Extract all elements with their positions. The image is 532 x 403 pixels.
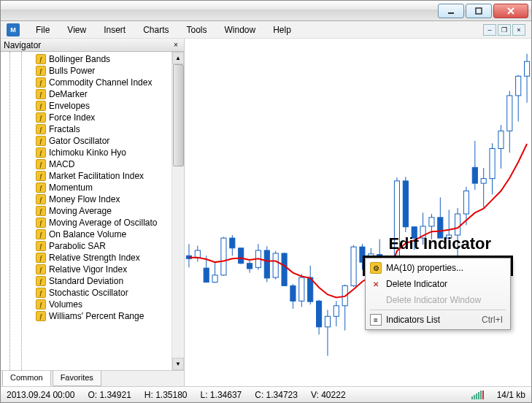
- indicator-icon: f: [36, 194, 46, 204]
- tree-item[interactable]: fOn Balance Volume: [1, 229, 184, 240]
- close-button[interactable]: [493, 4, 528, 18]
- indicator-icon: f: [36, 288, 46, 298]
- connection-bars-icon: [471, 391, 484, 399]
- tree-item[interactable]: fCommodity Channel Index: [1, 77, 184, 88]
- menu-view[interactable]: View: [60, 23, 93, 37]
- mdi-minimize-button[interactable]: –: [483, 24, 496, 36]
- tree-item[interactable]: fStochastic Oscillator: [1, 287, 184, 299]
- blank-icon: [370, 294, 382, 306]
- tree-item[interactable]: fStandard Deviation: [1, 275, 184, 287]
- indicator-icon: f: [36, 171, 46, 181]
- navigator-tree[interactable]: fBollinger BandsfBulls PowerfCommodity C…: [1, 52, 184, 370]
- cm-properties[interactable]: ⚙ MA(10) properties...: [367, 260, 509, 276]
- tree-item-label: Parabolic SAR: [49, 241, 106, 251]
- cm-properties-label: MA(10) properties...: [386, 263, 463, 273]
- tree-item-label: Moving Average of Oscillato: [49, 218, 158, 228]
- cm-separator: [370, 310, 506, 310]
- indicator-icon: f: [36, 311, 46, 321]
- cm-list-label: Indicators List: [386, 315, 440, 325]
- svg-rect-23: [264, 250, 269, 278]
- status-close: C: 1.34723: [255, 390, 298, 400]
- menu-file[interactable]: File: [28, 23, 57, 37]
- tree-item[interactable]: fMomentum: [1, 182, 184, 193]
- tree-item[interactable]: fMoney Flow Index: [1, 193, 184, 205]
- tree-item[interactable]: fForce Index: [1, 112, 184, 123]
- window-titlebar: [1, 1, 531, 21]
- annotation-label: Edit Indicator: [388, 234, 491, 253]
- svg-rect-67: [455, 214, 460, 235]
- tree-item-label: Ichimoku Kinko Hyo: [49, 147, 126, 158]
- tree-item-label: Bollinger Bands: [49, 54, 110, 64]
- tree-item[interactable]: fWilliams' Percent Range: [1, 310, 184, 322]
- statusbar: 2013.09.24 00:00 O: 1.34921 H: 1.35180 L…: [1, 386, 531, 402]
- indicator-icon: f: [36, 241, 46, 251]
- scroll-down-arrow[interactable]: ▼: [172, 358, 184, 370]
- tab-common[interactable]: Common: [2, 371, 51, 386]
- navigator-scrollbar[interactable]: ▲ ▼: [171, 52, 184, 370]
- tree-item-label: Bulls Power: [49, 66, 95, 76]
- tree-item-label: On Balance Volume: [49, 229, 126, 239]
- svg-rect-15: [230, 238, 235, 248]
- svg-rect-71: [472, 167, 477, 183]
- cm-delete-indicator[interactable]: ✕ Delete Indicator: [367, 276, 509, 292]
- svg-rect-79: [507, 96, 512, 131]
- svg-rect-19: [247, 264, 252, 269]
- tree-item[interactable]: fDeMarker: [1, 88, 184, 100]
- tree-item[interactable]: fMACD: [1, 158, 184, 170]
- tab-favorites[interactable]: Favorites: [53, 371, 101, 386]
- tree-item-label: Williams' Percent Range: [49, 311, 144, 321]
- menu-tools[interactable]: Tools: [180, 23, 215, 37]
- status-open: O: 1.34921: [88, 390, 131, 400]
- tree-item[interactable]: fMoving Average of Oscillato: [1, 217, 184, 229]
- svg-rect-69: [463, 191, 469, 214]
- maximize-button[interactable]: [466, 4, 492, 18]
- tree-item-label: Stochastic Oscillator: [49, 288, 128, 298]
- svg-rect-43: [351, 247, 356, 285]
- indicator-icon: f: [36, 54, 46, 64]
- mdi-restore-button[interactable]: ❐: [498, 24, 511, 36]
- menu-charts[interactable]: Charts: [136, 23, 176, 37]
- svg-rect-9: [204, 268, 209, 282]
- status-high: H: 1.35180: [144, 390, 188, 400]
- indicator-icon: f: [36, 136, 46, 146]
- tree-item[interactable]: fRelative Strength Index: [1, 252, 184, 264]
- tree-item[interactable]: fRelative Vigor Index: [1, 264, 184, 275]
- svg-rect-81: [516, 76, 521, 96]
- cm-delete-window: Delete Indicator Window: [367, 292, 509, 308]
- svg-rect-83: [525, 61, 530, 76]
- tree-item[interactable]: fEnvelopes: [1, 100, 184, 112]
- indicator-icon: f: [36, 206, 46, 216]
- menubar: M File View Insert Charts Tools Window H…: [1, 21, 531, 39]
- tree-item[interactable]: fMarket Facilitation Index: [1, 170, 184, 182]
- tree-item[interactable]: fMoving Average: [1, 205, 184, 217]
- tree-item-label: Momentum: [49, 183, 93, 193]
- navigator-close-icon[interactable]: ×: [171, 40, 181, 50]
- scroll-thumb[interactable]: [173, 64, 184, 166]
- properties-icon: ⚙: [370, 262, 382, 274]
- chart-area[interactable]: Edit Indicator ⚙ MA(10) properties... ✕ …: [185, 39, 531, 386]
- tree-item[interactable]: fBulls Power: [1, 65, 184, 77]
- scroll-up-arrow[interactable]: ▲: [172, 52, 184, 64]
- indicator-icon: f: [36, 112, 46, 123]
- tree-item[interactable]: fBollinger Bands: [1, 53, 184, 65]
- tree-item-label: Relative Strength Index: [49, 253, 140, 263]
- tree-item[interactable]: fGator Oscillator: [1, 135, 184, 147]
- indicator-icon: f: [36, 276, 46, 286]
- list-icon: ≡: [370, 314, 382, 326]
- indicator-icon: f: [36, 77, 46, 88]
- tree-item[interactable]: fFractals: [1, 123, 184, 135]
- indicator-icon: f: [36, 101, 46, 111]
- minimize-button[interactable]: [438, 4, 464, 18]
- status-low: L: 1.34637: [201, 390, 242, 400]
- cm-indicators-list[interactable]: ≡ Indicators List Ctrl+I: [367, 312, 509, 328]
- tree-item[interactable]: fIchimoku Kinko Hyo: [1, 147, 184, 158]
- tree-item-label: Fractals: [49, 124, 80, 134]
- tree-item[interactable]: fVolumes: [1, 299, 184, 310]
- menu-window[interactable]: Window: [217, 23, 263, 37]
- menu-insert[interactable]: Insert: [96, 23, 133, 37]
- indicator-icon: f: [36, 124, 46, 134]
- tree-item[interactable]: fParabolic SAR: [1, 240, 184, 252]
- mdi-close-button[interactable]: ×: [512, 24, 525, 36]
- navigator-title: Navigator: [4, 40, 41, 50]
- menu-help[interactable]: Help: [266, 23, 298, 37]
